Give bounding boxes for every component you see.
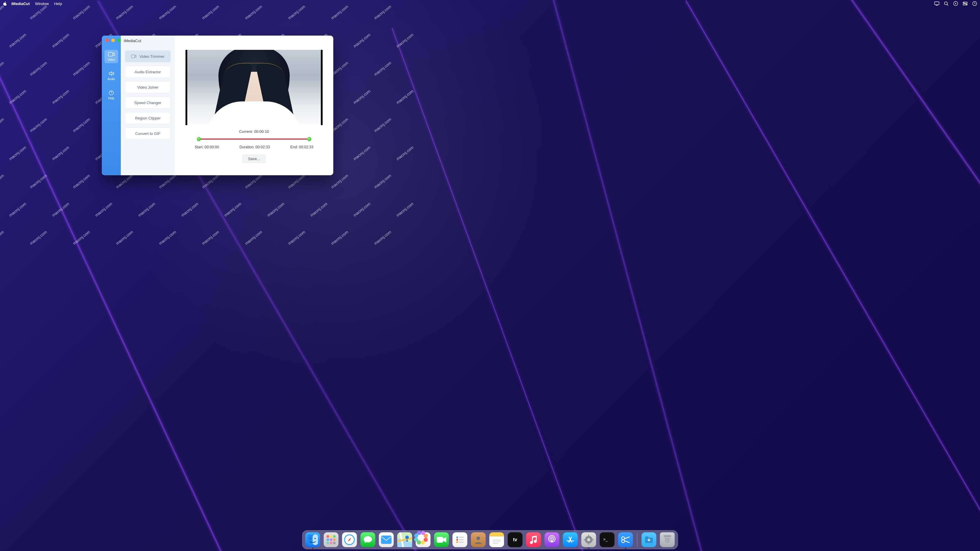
dock-downloads[interactable] bbox=[642, 532, 657, 547]
dock-trash[interactable] bbox=[660, 532, 675, 547]
tool-video-joiner[interactable]: Video Joiner bbox=[125, 81, 171, 93]
save-button[interactable]: Save... bbox=[242, 154, 266, 163]
svg-rect-44 bbox=[645, 537, 649, 538]
svg-rect-20 bbox=[437, 537, 444, 543]
downloads-icon bbox=[644, 536, 654, 544]
svg-text:>_: >_ bbox=[603, 537, 608, 541]
svg-rect-38 bbox=[584, 540, 585, 540]
dock-app-podcasts[interactable] bbox=[545, 532, 560, 547]
dock-app-tv[interactable]: tv bbox=[508, 532, 523, 547]
svg-rect-36 bbox=[588, 535, 589, 537]
messages-icon bbox=[363, 535, 373, 544]
svg-rect-17 bbox=[381, 535, 392, 544]
svg-point-7 bbox=[966, 4, 967, 5]
photos-icon bbox=[418, 535, 428, 545]
svg-marker-16 bbox=[347, 537, 352, 542]
finder-icon bbox=[307, 534, 318, 545]
duration-time: Duration: 00:02:33 bbox=[240, 145, 270, 149]
menu-window[interactable]: Window bbox=[35, 2, 49, 6]
wallpaper-beam bbox=[391, 28, 929, 551]
dock-app-finder[interactable] bbox=[305, 532, 320, 547]
apple-menu[interactable] bbox=[3, 2, 7, 6]
sidebar-tab-video[interactable]: Video bbox=[105, 50, 118, 63]
dock-app-notes[interactable] bbox=[489, 532, 504, 547]
status-screen-mirroring-icon[interactable] bbox=[934, 2, 939, 6]
svg-rect-0 bbox=[935, 2, 939, 5]
svg-point-33 bbox=[551, 538, 553, 540]
dock-app-launchpad[interactable] bbox=[324, 532, 339, 547]
status-control-center-icon[interactable] bbox=[963, 2, 967, 5]
svg-rect-46 bbox=[663, 535, 671, 537]
window-title: iMediaCut bbox=[121, 36, 333, 46]
trim-end-handle[interactable] bbox=[307, 137, 311, 141]
tool-label: Convert to GIF bbox=[135, 131, 160, 136]
wallpaper-beam bbox=[832, 0, 980, 551]
window-title-text: iMediaCut bbox=[124, 38, 141, 43]
dock-app-contacts[interactable] bbox=[471, 532, 486, 547]
facetime-icon bbox=[437, 536, 447, 543]
video-icon bbox=[131, 54, 137, 59]
sidebar-tab-help[interactable]: Help bbox=[105, 88, 118, 102]
tool-audio-extractor[interactable]: Audio Extractor bbox=[125, 66, 171, 78]
dock-app-settings[interactable] bbox=[581, 532, 596, 547]
tool-speed-changer[interactable]: Speed Changer bbox=[125, 97, 171, 108]
tool-label: Audio Extractor bbox=[135, 70, 161, 74]
dock-app-appstore[interactable] bbox=[563, 532, 578, 547]
tool-video-trimmer[interactable]: Video Trimmer bbox=[125, 51, 171, 62]
timeline-track bbox=[199, 138, 309, 140]
apple-tv-icon: tv bbox=[513, 537, 517, 542]
svg-rect-37 bbox=[588, 543, 589, 545]
terminal-icon: >_ bbox=[602, 536, 612, 544]
dock-app-imediacut[interactable] bbox=[618, 532, 633, 547]
menu-app-name[interactable]: iMediaCut bbox=[11, 2, 30, 6]
sidebar-tab-audio[interactable]: Audio bbox=[105, 69, 118, 83]
imediacut-icon bbox=[621, 536, 630, 544]
dock-app-reminders[interactable] bbox=[453, 532, 468, 547]
notes-icon bbox=[492, 539, 501, 545]
dock-separator bbox=[637, 533, 638, 546]
appstore-icon bbox=[566, 535, 575, 544]
sidebar-tab-label: Help bbox=[108, 97, 115, 100]
status-spotlight-icon[interactable] bbox=[944, 2, 948, 6]
dock-app-messages[interactable] bbox=[361, 532, 375, 547]
launchpad-icon bbox=[327, 535, 336, 544]
dock-app-facetime[interactable] bbox=[434, 532, 449, 547]
svg-line-2 bbox=[947, 5, 948, 6]
tool-label: Region Clipper bbox=[135, 116, 161, 121]
dock-app-maps[interactable] bbox=[398, 532, 412, 547]
app-window: iMediaCut Video Audio Help Video Trimmer bbox=[102, 36, 333, 175]
svg-point-22 bbox=[457, 539, 458, 541]
dock-app-terminal[interactable]: >_ bbox=[600, 532, 615, 547]
svg-rect-24 bbox=[459, 537, 464, 538]
sidebar-tab-label: Video bbox=[107, 58, 115, 61]
trim-start-handle[interactable] bbox=[197, 137, 201, 141]
dock-app-photos[interactable] bbox=[416, 532, 431, 547]
status-play-icon[interactable] bbox=[953, 1, 958, 6]
wallpaper-beam bbox=[538, 0, 946, 551]
tool-region-clipper[interactable]: Region Clipper bbox=[125, 112, 171, 124]
tool-convert-gif[interactable]: Convert to GIF bbox=[125, 127, 171, 140]
sidebar-tab-label: Audio bbox=[107, 78, 115, 81]
audio-icon bbox=[108, 71, 115, 76]
trim-timeline[interactable] bbox=[199, 138, 309, 140]
svg-rect-11 bbox=[132, 55, 135, 58]
trash-icon bbox=[663, 535, 671, 545]
end-time: End: 00:02:33 bbox=[290, 145, 313, 149]
primary-sidebar: Video Audio Help bbox=[102, 36, 121, 175]
menu-bar: iMediaCut Window Help bbox=[0, 0, 980, 7]
tool-label: Video Joiner bbox=[137, 85, 159, 90]
minimize-button[interactable] bbox=[111, 38, 115, 42]
mail-icon bbox=[381, 535, 392, 544]
close-button[interactable] bbox=[105, 38, 109, 42]
zoom-button[interactable] bbox=[117, 38, 121, 42]
dock-app-mail[interactable] bbox=[379, 532, 394, 547]
dock: tv >_ bbox=[302, 530, 678, 549]
dock-app-music[interactable] bbox=[526, 532, 541, 547]
safari-icon bbox=[344, 534, 355, 545]
window-controls bbox=[105, 38, 121, 42]
dock-app-safari[interactable] bbox=[342, 532, 357, 547]
status-clock-icon[interactable] bbox=[972, 1, 977, 6]
svg-point-35 bbox=[587, 538, 590, 541]
video-preview[interactable] bbox=[186, 50, 323, 125]
menu-help[interactable]: Help bbox=[54, 2, 62, 6]
